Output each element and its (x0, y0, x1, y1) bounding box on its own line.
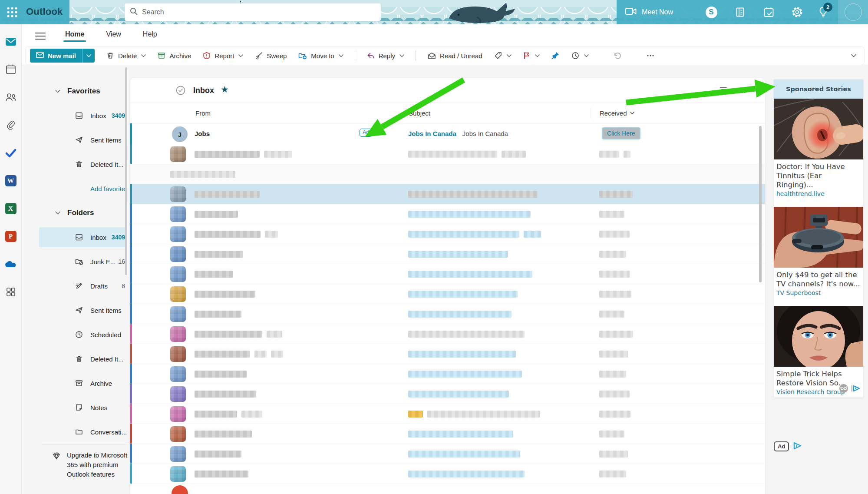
new-mail-button[interactable]: New mail (30, 49, 95, 63)
onenote-icon[interactable] (729, 0, 750, 24)
list-scrollbar[interactable] (759, 126, 762, 282)
search-input[interactable]: Search (125, 3, 381, 21)
rail-item-people-icon[interactable] (5, 91, 17, 103)
message-row-placeholder[interactable] (130, 324, 765, 344)
message-row-placeholder[interactable] (130, 164, 765, 184)
rail-item-powerpoint-icon[interactable]: P (5, 230, 17, 242)
new-mail-split-chevron[interactable] (82, 49, 95, 63)
tab-home[interactable]: Home (64, 29, 85, 42)
upgrade-link[interactable]: Upgrade to Microsoft 365 with premium Ou… (22, 444, 130, 479)
ad-subject-link[interactable]: Jobs In Canada (408, 130, 456, 137)
section-header-favorites[interactable]: Favorites (22, 79, 130, 103)
section-header-folders[interactable]: Folders (22, 201, 130, 225)
folder-pane-scrollbar[interactable] (125, 67, 127, 275)
redacted-text-bar (195, 271, 233, 278)
toolbar-button-read-unread[interactable]: Read / Unread (427, 52, 482, 60)
message-row-placeholder[interactable] (130, 364, 765, 384)
chevron-down-icon (507, 54, 512, 57)
rail-item-calendar-icon[interactable] (5, 63, 17, 76)
sidebar-item-sent-items[interactable]: Sent Items (22, 128, 130, 152)
inbox-icon (75, 233, 83, 242)
ad-link[interactable]: TV Superboost (774, 289, 863, 296)
sponsored-ad-tinnitus[interactable]: Doctor: If You Have Tinnitus (Ear Ringin… (774, 99, 863, 197)
sidebar-item-scheduled[interactable]: Scheduled (22, 322, 130, 347)
column-received[interactable]: Received (591, 107, 765, 119)
tips-lightbulb-icon[interactable]: 2 (813, 0, 834, 24)
rail-item-word-icon[interactable]: W (5, 175, 17, 187)
sponsored-mail-row[interactable]: J Jobs Ad ... Jobs In Canada Jobs In Can… (130, 123, 765, 146)
toolbar-button-report[interactable]: Report (202, 51, 243, 60)
message-row-placeholder[interactable] (130, 144, 765, 164)
sidebar-item-sent-items[interactable]: Sent Items (22, 298, 130, 322)
sponsored-ad-tv[interactable]: Only $49 to get all the TV channels? It'… (774, 207, 863, 296)
app-launcher-icon[interactable] (3, 3, 21, 21)
toolbar-button-pin[interactable] (551, 51, 560, 60)
toolbar-button-archive[interactable]: Archive (157, 51, 191, 60)
adchoices-triangle-icon[interactable] (792, 442, 803, 451)
message-row-placeholder[interactable] (130, 444, 765, 464)
toolbar-button-reply[interactable]: Reply (366, 51, 404, 60)
favorite-star-icon[interactable]: ★ (221, 85, 229, 94)
message-row-placeholder[interactable] (130, 204, 765, 224)
click-here-button[interactable]: Click Here (602, 127, 640, 139)
filter-button[interactable]: Filter (719, 86, 746, 94)
message-row-placeholder[interactable] (130, 224, 765, 244)
redacted-text-bar (195, 311, 241, 318)
sidebar-item-drafts[interactable]: Drafts8 (22, 274, 130, 298)
message-row-placeholder[interactable] (130, 304, 765, 324)
account-avatar[interactable] (838, 0, 868, 24)
rail-item-apps-grid-icon[interactable] (5, 286, 17, 298)
toolbar-button-undo[interactable] (613, 51, 622, 60)
message-row-placeholder[interactable] (130, 384, 765, 404)
sidebar-item-junk-e[interactable]: Junk E...16 (22, 249, 130, 274)
sidebar-item-notes[interactable]: Notes (22, 395, 130, 420)
hamburger-menu-icon[interactable] (35, 31, 46, 41)
collapse-ribbon-chevron-icon[interactable] (851, 54, 856, 57)
message-row-placeholder[interactable] (130, 424, 765, 444)
rail-item-excel-icon[interactable]: X (5, 202, 17, 215)
toolbar-button-dots[interactable] (646, 51, 655, 60)
rail-item-paperclip-icon[interactable] (5, 119, 17, 131)
toolbar-button-delete[interactable]: Delete (106, 51, 146, 60)
rail-item-mail-icon[interactable] (5, 36, 17, 48)
sidebar-item-inbox[interactable]: Inbox3409 (22, 103, 130, 128)
redacted-text-bar (408, 191, 538, 198)
ad-link[interactable]: healthtrend.live (774, 190, 863, 197)
message-row-placeholder[interactable] (130, 344, 765, 364)
meet-now-button[interactable]: Meet Now (622, 0, 677, 24)
sidebar-item-archive[interactable]: Archive (22, 371, 130, 395)
column-subject[interactable]: Subject (404, 107, 591, 119)
settings-gear-icon[interactable] (787, 0, 808, 24)
message-row-placeholder[interactable] (130, 284, 765, 304)
ad-badge-label[interactable]: Ad (774, 441, 789, 451)
sidebar-item-conversati[interactable]: Conversati... (22, 420, 130, 444)
message-row-placeholder[interactable] (130, 264, 765, 284)
message-row-placeholder[interactable] (130, 184, 765, 204)
message-row-placeholder[interactable] (130, 404, 765, 424)
sidebar-item-deleted-it[interactable]: Deleted It... (22, 347, 130, 371)
add-favorite-link[interactable]: Add favorite (22, 176, 130, 201)
ad-feedback-glasses-icon[interactable] (839, 384, 848, 395)
message-row-placeholder[interactable] (130, 484, 765, 494)
skype-icon[interactable]: S (701, 0, 722, 24)
sponsored-ad-vision[interactable]: Simple Trick Helps Restore Vision So... … (774, 306, 863, 395)
select-all-icon[interactable] (175, 85, 186, 96)
message-row-placeholder[interactable] (130, 244, 765, 264)
sidebar-item-deleted-it[interactable]: Deleted It... (22, 152, 130, 176)
redacted-text-bar (170, 171, 235, 178)
message-row-placeholder[interactable] (130, 464, 765, 484)
toolbar-button-sweep[interactable]: Sweep (254, 51, 287, 60)
toolbar-button-flag[interactable] (523, 51, 540, 60)
adchoices-icon[interactable] (851, 385, 861, 394)
toolbar-button-tag[interactable] (494, 51, 512, 60)
sidebar-item-inbox[interactable]: Inbox3409 (22, 225, 130, 249)
toolbar-button-move-to[interactable]: Move to (298, 51, 343, 60)
tab-view[interactable]: View (105, 29, 122, 42)
toolbar-button-clock[interactable] (571, 51, 589, 60)
tasks-calendar-check-icon[interactable] (758, 0, 779, 24)
rail-item-onedrive-icon[interactable] (5, 258, 17, 270)
rail-item-todo-check-icon[interactable] (5, 147, 17, 159)
tab-help[interactable]: Help (142, 29, 158, 42)
column-from[interactable]: From (130, 109, 404, 117)
redacted-text-bar (599, 231, 630, 238)
